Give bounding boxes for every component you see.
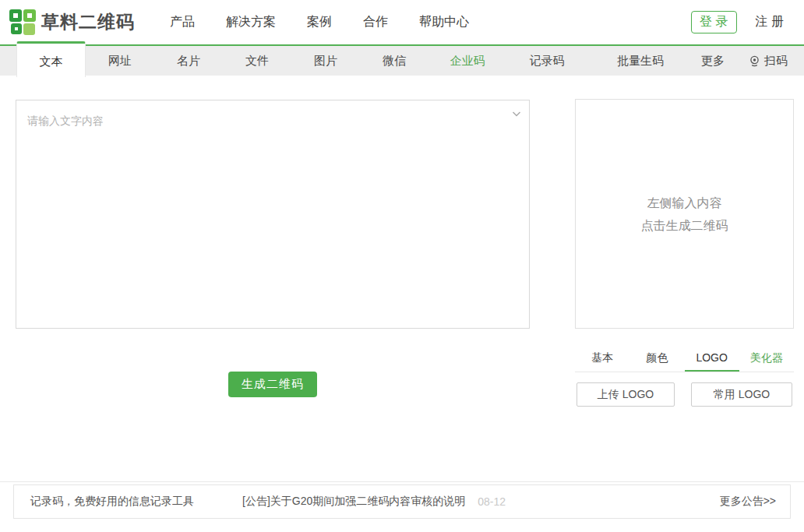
logo-button-row: 上传 LOGO 常用 LOGO bbox=[577, 382, 794, 407]
preview-hint-line1: 左侧输入内容 bbox=[647, 192, 722, 214]
style-tab-beautifier[interactable]: 美化器 bbox=[739, 345, 794, 372]
preview-hint-line2: 点击生成二维码 bbox=[641, 214, 728, 237]
footer-separator bbox=[0, 481, 804, 482]
logo-square-dark bbox=[9, 9, 22, 22]
logo-square-mid bbox=[23, 9, 36, 22]
tab-file[interactable]: 文件 bbox=[223, 46, 291, 76]
footer-announcement-date: 08-12 bbox=[478, 495, 506, 508]
webcam-icon bbox=[749, 55, 760, 67]
page: 草料二维码 产品 解决方案 案例 合作 帮助中心 登 录 注 册 文本 网址 名… bbox=[0, 0, 804, 532]
qr-logo-icon bbox=[9, 9, 36, 36]
tab-wechat[interactable]: 微信 bbox=[360, 46, 428, 76]
style-tab-logo[interactable]: LOGO bbox=[685, 345, 739, 372]
tab-enterprise-code[interactable]: 企业码 bbox=[428, 46, 506, 76]
chevron-down-icon[interactable] bbox=[510, 107, 523, 120]
footer-notice-bar: 记录码，免费好用的信息记录工具 [公告]关于G20期间加强二维码内容审核的说明 … bbox=[13, 484, 791, 519]
site-title: 草料二维码 bbox=[41, 10, 135, 34]
header: 草料二维码 产品 解决方案 案例 合作 帮助中心 登 录 注 册 bbox=[0, 0, 804, 44]
tab-image[interactable]: 图片 bbox=[291, 46, 360, 76]
tab-batch-generate[interactable]: 批量生码 bbox=[587, 46, 693, 76]
tab-business-card[interactable]: 名片 bbox=[154, 46, 223, 76]
qr-preview-panel: 左侧输入内容 点击生成二维码 bbox=[575, 99, 794, 329]
tab-text[interactable]: 文本 bbox=[16, 41, 86, 77]
nav-item-solutions[interactable]: 解决方案 bbox=[226, 14, 276, 30]
common-logo-button[interactable]: 常用 LOGO bbox=[691, 382, 792, 407]
code-type-tabbar: 文本 网址 名片 文件 图片 微信 企业码 记录码 批量生码 更多 扫码 bbox=[0, 44, 804, 76]
text-content-input[interactable] bbox=[16, 100, 529, 328]
register-link[interactable]: 注 册 bbox=[756, 14, 784, 30]
tab-more[interactable]: 更多 bbox=[693, 46, 732, 76]
style-tabbar: 基本 颜色 LOGO 美化器 bbox=[575, 345, 794, 372]
tab-record-code[interactable]: 记录码 bbox=[506, 46, 587, 76]
generate-qr-button[interactable]: 生成二维码 bbox=[228, 372, 317, 397]
style-tab-basic[interactable]: 基本 bbox=[575, 345, 629, 372]
footer-record-code-link[interactable]: 记录码，免费好用的信息记录工具 bbox=[30, 495, 194, 509]
style-tab-color[interactable]: 颜色 bbox=[629, 345, 684, 372]
text-input-panel bbox=[16, 100, 530, 329]
nav-item-cooperation[interactable]: 合作 bbox=[363, 14, 388, 30]
upload-logo-button[interactable]: 上传 LOGO bbox=[577, 382, 675, 407]
site-logo[interactable]: 草料二维码 bbox=[9, 9, 135, 36]
nav-item-cases[interactable]: 案例 bbox=[307, 14, 332, 30]
more-announcements-link[interactable]: 更多公告>> bbox=[720, 495, 776, 509]
tab-url[interactable]: 网址 bbox=[86, 46, 154, 76]
logo-square-light bbox=[23, 23, 35, 35]
nav-item-help-center[interactable]: 帮助中心 bbox=[419, 14, 469, 30]
logo-square-dark-small bbox=[11, 23, 22, 34]
tab-scan-label: 扫码 bbox=[764, 46, 788, 76]
footer-announcement-link[interactable]: [公告]关于G20期间加强二维码内容审核的说明 bbox=[242, 495, 465, 509]
login-button[interactable]: 登 录 bbox=[691, 11, 736, 33]
nav-item-products[interactable]: 产品 bbox=[170, 14, 195, 30]
main-nav: 产品 解决方案 案例 合作 帮助中心 bbox=[170, 14, 469, 30]
header-right: 登 录 注 册 bbox=[691, 11, 784, 33]
tab-scan[interactable]: 扫码 bbox=[732, 46, 804, 76]
